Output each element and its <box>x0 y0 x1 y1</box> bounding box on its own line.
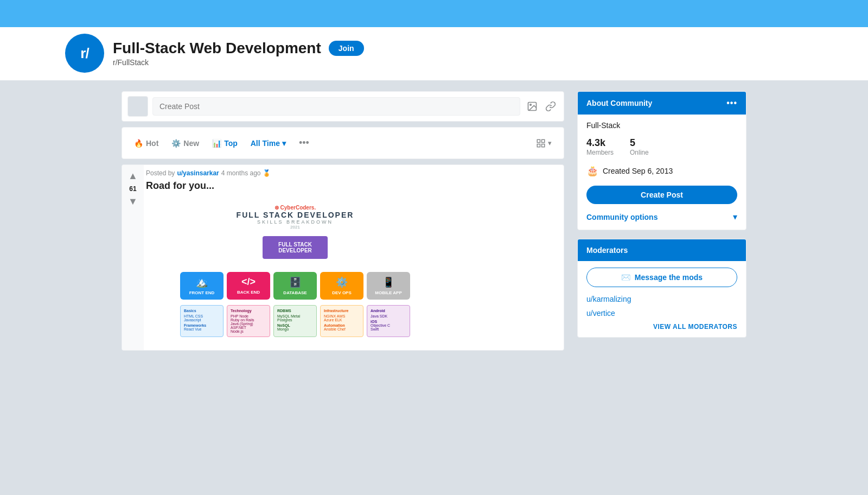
svg-rect-3 <box>542 139 545 142</box>
join-button[interactable]: Join <box>329 41 364 56</box>
diagram-year: 2021 <box>155 225 436 230</box>
main-layout: 🔥 Hot ⚙️ New 📊 Top All Time ▾ ••• <box>108 80 760 361</box>
create-post-box <box>122 91 564 122</box>
new-icon: ⚙️ <box>171 139 181 148</box>
message-mods-button[interactable]: ✉️ Message the mods <box>586 268 737 287</box>
message-mods-label: Message the mods <box>635 273 703 282</box>
role-mobile: 📱 MOBILE APP <box>367 272 410 300</box>
members-stat: 4.3k Members <box>586 137 614 156</box>
create-post-icons <box>525 99 558 114</box>
user-avatar <box>127 96 148 117</box>
stats-row: 4.3k Members 5 Online <box>586 137 737 156</box>
post-time: 4 months ago <box>221 169 261 177</box>
more-icon: ••• <box>299 137 309 148</box>
link-icon[interactable] <box>543 99 558 114</box>
post-image-container: ⊗ CyberCoders. FULL STACK DEVELOPER SKIL… <box>146 196 444 346</box>
vote-column: ▲ 61 ▼ <box>122 165 144 350</box>
members-count: 4.3k <box>586 137 614 149</box>
sort-bar: 🔥 Hot ⚙️ New 📊 Top All Time ▾ ••• <box>122 127 564 159</box>
moderators-card: Moderators ✉️ Message the mods u/karmali… <box>577 239 746 338</box>
svg-rect-2 <box>537 139 540 142</box>
created-row: 🎂 Created Sep 6, 2013 <box>586 165 737 177</box>
upvote-button[interactable]: ▲ <box>127 169 139 183</box>
role-devops: ⚙️ DEV OPS <box>320 272 363 300</box>
sidebar-create-post-button[interactable]: Create Post <box>586 186 737 204</box>
view-chevron-icon: ▾ <box>548 139 552 147</box>
new-label: New <box>183 139 199 148</box>
online-stat: 5 Online <box>630 137 649 156</box>
created-text: Created Sep 6, 2013 <box>603 167 673 175</box>
moderators-header: Moderators <box>578 239 746 261</box>
community-options-chevron-icon: ▾ <box>733 212 737 222</box>
diagram-brand: ⊗ CyberCoders. <box>155 205 436 211</box>
subreddit-slug: r/FullStack <box>113 58 364 67</box>
post-content: Posted by u/yasinsarkar 4 months ago 🏅 R… <box>144 165 564 350</box>
new-sort-button[interactable]: ⚙️ New <box>166 135 205 152</box>
community-options-label: Community options <box>586 213 658 221</box>
hot-icon: 🔥 <box>134 139 143 148</box>
vote-count: 61 <box>129 185 136 193</box>
create-post-input[interactable] <box>152 97 520 116</box>
diagram-roles-row: 🏔️ FRONT END </> BACK END 🗄️ DATABASE <box>155 272 436 300</box>
left-column: 🔥 Hot ⚙️ New 📊 Top All Time ▾ ••• <box>122 91 564 351</box>
post-card: ▲ 61 ▼ Posted by u/yasinsarkar 4 months … <box>122 164 564 351</box>
subreddit-icon: r/ <box>65 34 104 73</box>
about-community-title: About Community <box>586 99 652 107</box>
image-upload-icon[interactable] <box>525 99 540 114</box>
subreddit-header: r/ Full-Stack Web Development Join r/Ful… <box>0 27 868 80</box>
post-title[interactable]: Road for you... <box>146 180 559 192</box>
cake-icon: 🎂 <box>586 165 598 177</box>
online-label: Online <box>630 149 649 156</box>
diagram-header: ⊗ CyberCoders. FULL STACK DEVELOPER SKIL… <box>155 205 436 230</box>
downvote-button[interactable]: ▼ <box>127 195 139 208</box>
diagram-title: FULL STACK DEVELOPER <box>155 211 436 219</box>
svg-point-1 <box>530 104 532 106</box>
svg-rect-5 <box>537 144 540 147</box>
hot-sort-button[interactable]: 🔥 Hot <box>129 135 164 152</box>
top-icon: 📊 <box>212 139 221 148</box>
members-label: Members <box>586 149 614 156</box>
online-count: 5 <box>630 137 649 149</box>
role-database: 🗄️ DATABASE <box>273 272 317 300</box>
community-options-row[interactable]: Community options ▾ <box>586 211 737 223</box>
view-toggle-button[interactable]: ▾ <box>531 134 557 153</box>
post-meta-prefix: Posted by <box>146 169 175 177</box>
hot-label: Hot <box>146 139 158 148</box>
all-time-chevron-icon: ▾ <box>282 139 286 148</box>
role-frontend: 🏔️ FRONT END <box>180 272 224 300</box>
role-backend: </> BACK END <box>227 272 270 300</box>
about-options-icon[interactable]: ••• <box>726 98 737 108</box>
diagram-subtitle: SKILLS BREAKDOWN <box>155 219 436 225</box>
about-community-card: About Community ••• Full-Stack 4.3k Memb… <box>577 91 746 230</box>
sort-more-button[interactable]: ••• <box>293 133 315 153</box>
header-title-row: Full-Stack Web Development Join <box>113 40 364 57</box>
post-author[interactable]: u/yasinsarkar <box>177 169 219 177</box>
diagram-center-box: FULL STACKDEVELOPER <box>263 236 328 259</box>
top-sort-button[interactable]: 📊 Top <box>207 135 243 152</box>
moderators-body: ✉️ Message the mods u/karmalizing u/vert… <box>578 261 746 337</box>
all-time-label: All Time <box>251 139 280 148</box>
about-community-body: Full-Stack 4.3k Members 5 Online 🎂 Creat… <box>578 115 746 230</box>
all-time-dropdown[interactable]: All Time ▾ <box>245 135 291 152</box>
header-info: Full-Stack Web Development Join r/FullSt… <box>113 40 364 67</box>
fullstack-diagram: ⊗ CyberCoders. FULL STACK DEVELOPER SKIL… <box>146 196 444 346</box>
mod-link-karmalizing[interactable]: u/karmalizing <box>586 295 737 303</box>
about-community-header: About Community ••• <box>578 92 746 115</box>
post-meta: Posted by u/yasinsarkar 4 months ago 🏅 <box>146 169 559 177</box>
subreddit-icon-text: r/ <box>80 45 88 62</box>
community-description: Full-Stack <box>586 121 737 130</box>
right-sidebar: About Community ••• Full-Stack 4.3k Memb… <box>577 91 746 351</box>
message-icon: ✉️ <box>621 273 630 282</box>
svg-rect-4 <box>542 144 545 147</box>
subreddit-title: Full-Stack Web Development <box>113 40 321 57</box>
view-icon <box>536 138 546 148</box>
view-all-moderators-link[interactable]: VIEW ALL MODERATORS <box>586 323 737 331</box>
mod-link-vertice[interactable]: u/vertice <box>586 309 737 318</box>
top-label: Top <box>224 139 238 148</box>
moderators-title: Moderators <box>586 246 628 255</box>
award-icon: 🏅 <box>263 169 271 177</box>
top-banner <box>0 0 868 27</box>
